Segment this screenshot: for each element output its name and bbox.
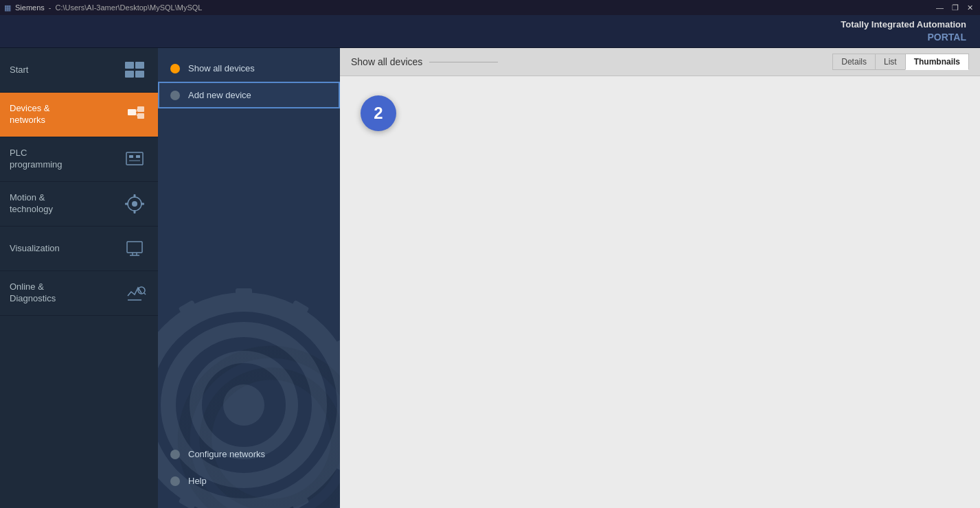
sidebar-item-motion-label: Motion & technology [10,192,53,216]
svg-line-25 [144,293,146,295]
svg-rect-31 [285,300,310,326]
header-bar: Totally Integrated Automation PORTAL [0,15,980,48]
configure-networks-item[interactable]: Configure networks [158,441,340,467]
sidebar-item-motion-technology[interactable]: Motion & technology [0,182,158,227]
svg-point-28 [196,357,292,453]
middle-bottom: Configure networks Help [158,441,340,508]
app-logo-icon: ▦ [4,3,11,12]
show-all-devices-label: Show all devices [188,63,255,73]
motion-icon [121,190,148,218]
view-tabs: Details List Thumbnails [832,54,969,70]
add-new-device-dot [170,91,180,100]
tab-details[interactable]: Details [832,54,876,70]
tab-thumbnails[interactable]: Thumbnails [905,54,969,70]
header-sub-title: PORTAL [841,31,966,45]
content-title-text: Show all devices [351,56,422,67]
svg-rect-15 [134,194,136,198]
svg-rect-3 [135,71,144,78]
minimize-button[interactable]: — [933,3,946,12]
title-bar-text: Siemens [15,3,45,12]
configure-networks-label: Configure networks [188,449,265,459]
restore-button[interactable]: ❐ [949,3,961,12]
svg-rect-40 [158,340,165,365]
svg-rect-6 [137,113,144,119]
svg-rect-30 [236,288,252,309]
svg-rect-18 [141,203,144,205]
svg-rect-10 [129,155,133,158]
title-bar-left: ▦ Siemens - C:\Users\AI-3amer\Desktop\My… [4,3,202,12]
step-badge: 2 [361,95,396,131]
middle-panel: Show all devices Add new device Configur… [158,48,340,508]
help-dot [170,476,180,486]
visualization-icon [121,235,148,262]
svg-rect-4 [128,109,136,115]
content-header: Show all devices Details List Thumbnails [340,48,980,76]
help-label: Help [188,476,207,486]
add-new-device-label: Add new device [188,90,251,100]
content-title-line [429,62,498,62]
title-bar-filepath: C:\Users\AI-3amer\Desktop\MySQL\MySQL [55,3,202,12]
svg-rect-9 [126,152,143,165]
svg-point-29 [223,384,264,426]
sidebar-item-visualization-label: Visualization [10,243,60,255]
header-main-title: Totally Integrated Automation [841,19,966,31]
svg-rect-32 [323,340,340,365]
content-body: 2 [340,76,980,508]
sidebar-item-devices-label: Devices & networks [10,103,50,126]
plc-icon [121,146,148,173]
header-title: Totally Integrated Automation PORTAL [841,19,966,45]
main-layout: Start Devices & networks [0,48,980,508]
title-bar-controls[interactable]: — ❐ ✕ [933,3,976,12]
content-panel: Show all devices Details List Thumbnails… [340,48,980,508]
svg-rect-2 [125,71,134,78]
svg-rect-0 [125,62,134,69]
svg-rect-19 [127,242,142,253]
help-item[interactable]: Help [158,467,340,494]
sidebar-item-online-diagnostics[interactable]: Online & Diagnostics [0,271,158,316]
title-bar: ▦ Siemens - C:\Users\AI-3amer\Desktop\My… [0,0,980,15]
diagnostics-icon [121,279,148,307]
sidebar-item-devices-networks[interactable]: Devices & networks [0,93,158,137]
show-all-devices-item[interactable]: Show all devices [158,55,340,82]
sidebar-item-visualization[interactable]: Visualization [0,227,158,271]
sidebar-item-start[interactable]: Start [0,48,158,93]
content-title-area: Show all devices [351,56,498,67]
sidebar-item-plc-label: PLC programming [10,148,62,171]
add-new-device-item[interactable]: Add new device [158,82,340,108]
sidebar-item-online-label: Online & Diagnostics [10,281,56,305]
start-icon [121,56,148,84]
svg-rect-1 [135,62,144,69]
svg-rect-16 [134,210,136,213]
svg-rect-11 [136,155,140,158]
sidebar: Start Devices & networks [0,48,158,508]
title-bar-path: - [49,3,52,12]
devices-networks-icon [121,101,148,128]
svg-rect-41 [179,300,203,326]
svg-line-8 [136,113,137,116]
sidebar-item-start-label: Start [10,65,28,76]
sidebar-item-plc-programming[interactable]: PLC programming [0,137,158,182]
svg-rect-17 [125,203,128,205]
svg-point-14 [132,201,137,207]
configure-networks-dot [170,450,180,459]
svg-line-7 [136,109,137,112]
show-all-devices-dot [170,64,180,73]
svg-rect-5 [137,106,144,112]
close-button[interactable]: ✕ [964,3,976,12]
tab-list[interactable]: List [875,54,906,70]
